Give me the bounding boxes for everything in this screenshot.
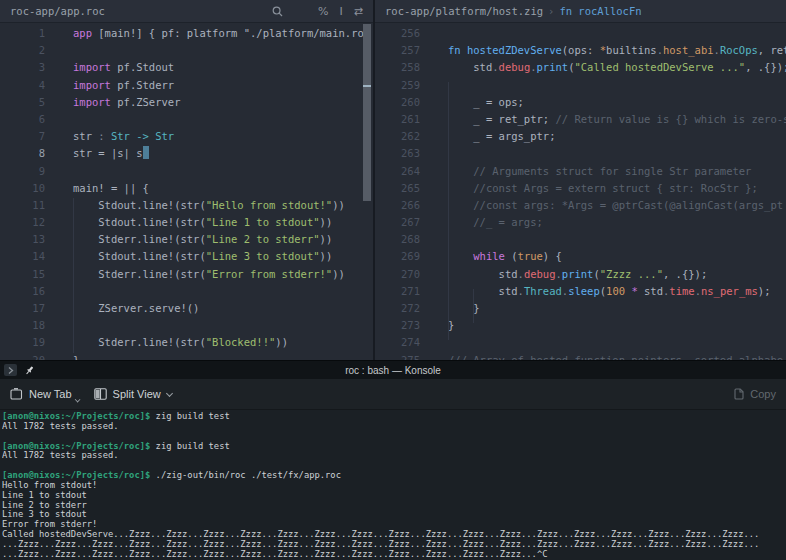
line-number: 261 bbox=[375, 111, 420, 128]
code-text bbox=[420, 25, 448, 42]
filter-icon[interactable]: % bbox=[318, 6, 328, 17]
code-line[interactable]: 268 bbox=[375, 231, 786, 248]
code-line[interactable]: 4import pf.Stderr bbox=[0, 77, 373, 94]
line-number: 14 bbox=[0, 248, 45, 265]
line-number: 258 bbox=[375, 59, 420, 76]
code-editor-right[interactable]: 256257fn hostedZDevServe(ops: *builtins.… bbox=[375, 23, 786, 360]
code-line[interactable]: 266 //const args: *Args = @ptrCast(@alig… bbox=[375, 197, 786, 214]
terminal-output[interactable]: [anon@nixos:~/Projects/roc]$ zig build t… bbox=[0, 410, 786, 560]
code-text bbox=[45, 111, 73, 128]
terminal-line bbox=[2, 461, 786, 471]
line-number: 6 bbox=[0, 111, 45, 128]
code-line[interactable]: 13 Stderr.line!(str("Line 2 to stderr")) bbox=[0, 231, 373, 248]
code-line[interactable]: 261 _ = ret_ptr; // Return value is {} w… bbox=[375, 111, 786, 128]
code-line[interactable]: 7str : Str -> Str bbox=[0, 128, 373, 145]
terminal-line: Called hostedDevServe...Zzzz...Zzzz...Zz… bbox=[2, 530, 786, 540]
chevron-right-icon[interactable] bbox=[4, 364, 17, 376]
code-line[interactable]: 275/// Array of hosted function pointers… bbox=[375, 352, 786, 360]
line-number: 4 bbox=[0, 77, 45, 94]
code-line[interactable]: 269 while (true) { bbox=[375, 248, 786, 265]
code-line[interactable]: 260 _ = ops; bbox=[375, 94, 786, 111]
line-number: 264 bbox=[375, 163, 420, 180]
new-tab-button[interactable]: New Tab bbox=[10, 388, 72, 400]
code-text bbox=[45, 163, 73, 180]
line-number: 5 bbox=[0, 94, 45, 111]
code-line[interactable]: 19 Stderr.line!(str("Blocked!!")) bbox=[0, 334, 373, 351]
code-line[interactable]: 270 std.debug.print("Zzzz ...", .{}); bbox=[375, 266, 786, 283]
code-text: } bbox=[420, 317, 454, 334]
code-line[interactable]: 265 //const Args = extern struct { str: … bbox=[375, 180, 786, 197]
code-text bbox=[420, 231, 448, 248]
code-line[interactable]: 1app [main!] { pf: platform "./platform/… bbox=[0, 25, 373, 42]
code-line[interactable]: 272 } bbox=[375, 300, 786, 317]
code-line[interactable]: 2 bbox=[0, 42, 373, 59]
code-text: ZServer.serve!() bbox=[45, 300, 199, 317]
code-line[interactable]: 267 //_ = args; bbox=[375, 214, 786, 231]
code-line[interactable]: 20} bbox=[0, 352, 373, 360]
editor-pane-right: roc-app/platform/host.zig › fn rocAllocF… bbox=[375, 0, 786, 360]
code-line[interactable]: 271 std.Thread.sleep(100 * std.time.ns_p… bbox=[375, 283, 786, 300]
terminal-line: Line 3 to stdout bbox=[2, 510, 786, 520]
terminal-line: [anon@nixos:~/Projects/roc]$ ./zig-out/b… bbox=[2, 471, 786, 481]
cursor-icon[interactable]: I bbox=[340, 6, 343, 17]
code-text: Stdout.line!(str("Hello from stdout!")) bbox=[45, 197, 345, 214]
code-text: app [main!] { pf: platform "./platform/m… bbox=[45, 25, 370, 42]
code-line[interactable]: 9 bbox=[0, 163, 373, 180]
code-line[interactable]: 10main! = || { bbox=[0, 180, 373, 197]
code-line[interactable]: 256 bbox=[375, 25, 786, 42]
indent-guide bbox=[448, 82, 449, 340]
line-number: 256 bbox=[375, 25, 420, 42]
code-line[interactable]: 17 ZServer.serve!() bbox=[0, 300, 373, 317]
terminal-line: ...Zzzz...Zzzz...Zzzz...Zzzz...Zzzz...Zz… bbox=[2, 540, 786, 550]
pin-icon[interactable] bbox=[24, 365, 35, 376]
terminal-window-title: roc : bash — Konsole bbox=[0, 365, 786, 376]
scrollbar-thumb[interactable] bbox=[363, 24, 371, 201]
copy-button[interactable]: Copy bbox=[732, 388, 776, 401]
code-text: std.debug.print("Called hostedDevServe .… bbox=[420, 59, 786, 76]
code-line[interactable]: 5import pf.ZServer bbox=[0, 94, 373, 111]
terminal-line bbox=[2, 432, 786, 442]
split-view-icon bbox=[94, 388, 107, 400]
code-line[interactable]: 8str = |s| s bbox=[0, 145, 373, 162]
terminal-line: [anon@nixos:~/Projects/roc]$ zig build t… bbox=[2, 442, 786, 452]
line-number: 273 bbox=[375, 317, 420, 334]
code-line[interactable]: 11 Stdout.line!(str("Hello from stdout!"… bbox=[0, 197, 373, 214]
code-line[interactable]: 14 Stdout.line!(str("Line 3 to stdout")) bbox=[0, 248, 373, 265]
code-line[interactable]: 6 bbox=[0, 111, 373, 128]
breadcrumb-path[interactable]: roc-app/platform/host.zig bbox=[385, 5, 543, 17]
line-number: 263 bbox=[375, 145, 420, 162]
code-line[interactable]: 18 bbox=[0, 317, 373, 334]
line-number: 10 bbox=[0, 180, 45, 197]
line-number: 19 bbox=[0, 334, 45, 351]
chevron-down-icon[interactable] bbox=[75, 398, 80, 403]
line-number: 265 bbox=[375, 180, 420, 197]
code-text: str = |s| s bbox=[45, 145, 149, 162]
code-line[interactable]: 258 std.debug.print("Called hostedDevSer… bbox=[375, 59, 786, 76]
code-text: //_ = args; bbox=[420, 214, 543, 231]
chevron-down-icon[interactable] bbox=[167, 391, 173, 397]
terminal-line: Hello from stdout! bbox=[2, 481, 786, 491]
code-line[interactable]: 16 bbox=[0, 283, 373, 300]
code-line[interactable]: 257fn hostedZDevServe(ops: *builtins.hos… bbox=[375, 42, 786, 59]
code-editor-left[interactable]: 1app [main!] { pf: platform "./platform/… bbox=[0, 23, 373, 360]
code-text: // Arguments struct for single Str param… bbox=[420, 163, 751, 180]
terminal-panel: roc : bash — Konsole New Tab Split View … bbox=[0, 360, 786, 560]
code-line[interactable]: 262 _ = args_ptr; bbox=[375, 128, 786, 145]
code-line[interactable]: 264 // Arguments struct for single Str p… bbox=[375, 163, 786, 180]
code-line[interactable]: 12 Stdout.line!(str("Line 1 to stdout")) bbox=[0, 214, 373, 231]
code-text: main! = || { bbox=[45, 180, 149, 197]
switch-icon[interactable]: ⇄ bbox=[354, 6, 363, 17]
breadcrumb[interactable]: roc-app/app.roc bbox=[10, 5, 105, 17]
code-line[interactable]: 263 bbox=[375, 145, 786, 162]
code-line[interactable]: 273} bbox=[375, 317, 786, 334]
code-line[interactable]: 259 bbox=[375, 77, 786, 94]
copy-icon bbox=[732, 388, 744, 401]
line-number: 12 bbox=[0, 214, 45, 231]
split-view-button[interactable]: Split View bbox=[94, 388, 173, 400]
code-line[interactable]: 15 Stderr.line!(str("Error from stderr!"… bbox=[0, 266, 373, 283]
line-number: 270 bbox=[375, 266, 420, 283]
code-line[interactable]: 274 bbox=[375, 334, 786, 351]
code-line[interactable]: 3import pf.Stdout bbox=[0, 59, 373, 76]
scrollbar[interactable] bbox=[363, 23, 371, 360]
breadcrumb-symbol[interactable]: fn rocAllocFn bbox=[559, 5, 641, 17]
